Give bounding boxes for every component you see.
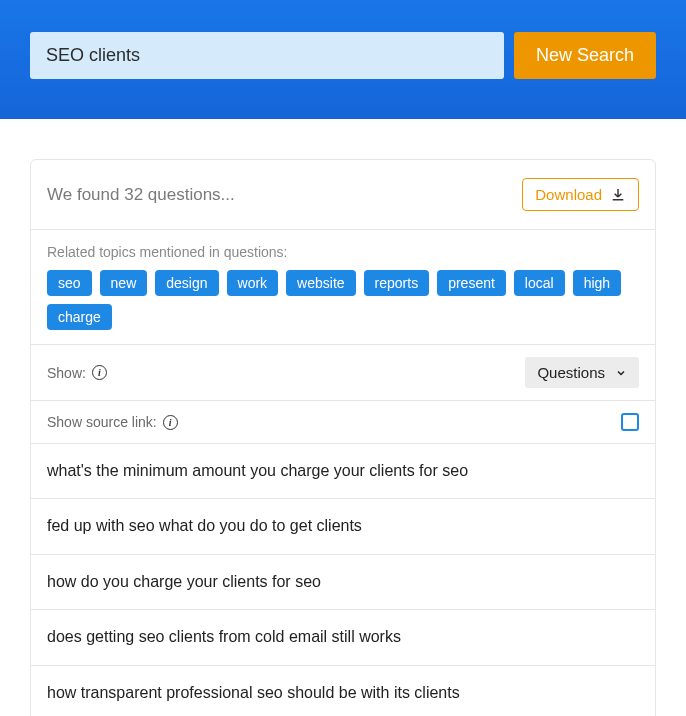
question-row[interactable]: what's the minimum amount you charge you… [31, 443, 655, 498]
chevron-down-icon [615, 367, 627, 379]
tag-website[interactable]: website [286, 270, 355, 296]
show-label: Show: i [47, 365, 107, 381]
tag-charge[interactable]: charge [47, 304, 112, 330]
download-label: Download [535, 186, 602, 203]
tag-new[interactable]: new [100, 270, 148, 296]
source-link-checkbox[interactable] [621, 413, 639, 431]
source-link-label: Show source link: i [47, 414, 178, 430]
question-row[interactable]: does getting seo clients from cold email… [31, 609, 655, 664]
question-row[interactable]: how do you charge your clients for seo [31, 554, 655, 609]
dropdown-value: Questions [537, 364, 605, 381]
info-icon[interactable]: i [163, 415, 178, 430]
question-row[interactable]: how transparent professional seo should … [31, 665, 655, 716]
search-input[interactable] [30, 32, 504, 79]
results-count: We found 32 questions... [47, 185, 235, 205]
download-button[interactable]: Download [522, 178, 639, 211]
tag-local[interactable]: local [514, 270, 565, 296]
related-topics-label: Related topics mentioned in questions: [47, 244, 639, 260]
header: New Search [0, 0, 686, 119]
tag-design[interactable]: design [155, 270, 218, 296]
new-search-button[interactable]: New Search [514, 32, 656, 79]
download-icon [610, 187, 626, 203]
tag-high[interactable]: high [573, 270, 621, 296]
show-dropdown[interactable]: Questions [525, 357, 639, 388]
source-link-row: Show source link: i [31, 400, 655, 443]
questions-list: what's the minimum amount you charge you… [31, 443, 655, 716]
tag-work[interactable]: work [227, 270, 279, 296]
results-card: We found 32 questions... Download Relate… [30, 159, 656, 716]
related-topics-section: Related topics mentioned in questions: s… [31, 229, 655, 344]
question-row[interactable]: fed up with seo what do you do to get cl… [31, 498, 655, 553]
show-row: Show: i Questions [31, 344, 655, 400]
tag-present[interactable]: present [437, 270, 506, 296]
tags-container: seonewdesignworkwebsitereportspresentloc… [47, 270, 639, 330]
main-container: We found 32 questions... Download Relate… [0, 119, 686, 716]
tag-seo[interactable]: seo [47, 270, 92, 296]
card-header: We found 32 questions... Download [31, 160, 655, 229]
info-icon[interactable]: i [92, 365, 107, 380]
tag-reports[interactable]: reports [364, 270, 430, 296]
